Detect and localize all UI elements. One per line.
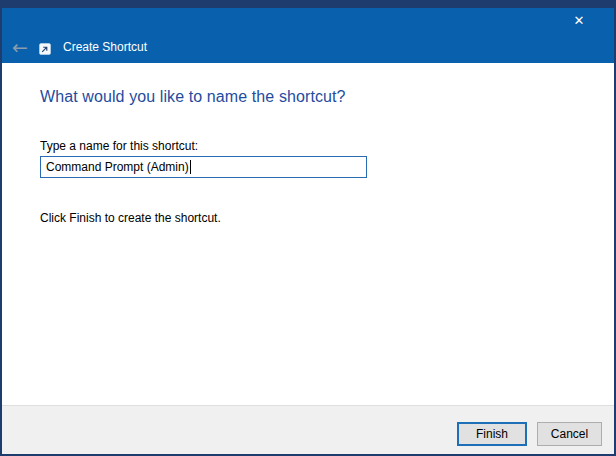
cancel-button[interactable]: Cancel — [537, 422, 602, 446]
wizard-title: Create Shortcut — [63, 40, 147, 54]
shortcut-name-value: Command Prompt (Admin) — [46, 160, 189, 174]
wizard-footer: Finish Cancel — [2, 405, 614, 454]
shortcut-name-label: Type a name for this shortcut: — [40, 139, 576, 153]
shortcut-name-input[interactable]: Command Prompt (Admin) — [40, 156, 367, 178]
page-heading: What would you like to name the shortcut… — [40, 88, 576, 106]
shortcut-icon — [39, 41, 51, 53]
text-caret — [190, 160, 191, 174]
finish-button[interactable]: Finish — [457, 422, 527, 446]
wizard-content: What would you like to name the shortcut… — [2, 63, 614, 405]
back-icon[interactable]: ← — [7, 36, 33, 58]
close-icon[interactable]: ✕ — [562, 8, 596, 32]
wizard-header: ✕ ← Create Shortcut — [2, 8, 614, 63]
create-shortcut-wizard-window: ✕ ← Create Shortcut What would you like … — [0, 0, 616, 456]
finish-instruction: Click Finish to create the shortcut. — [40, 211, 576, 225]
header-nav-row: ← Create Shortcut — [7, 36, 147, 58]
